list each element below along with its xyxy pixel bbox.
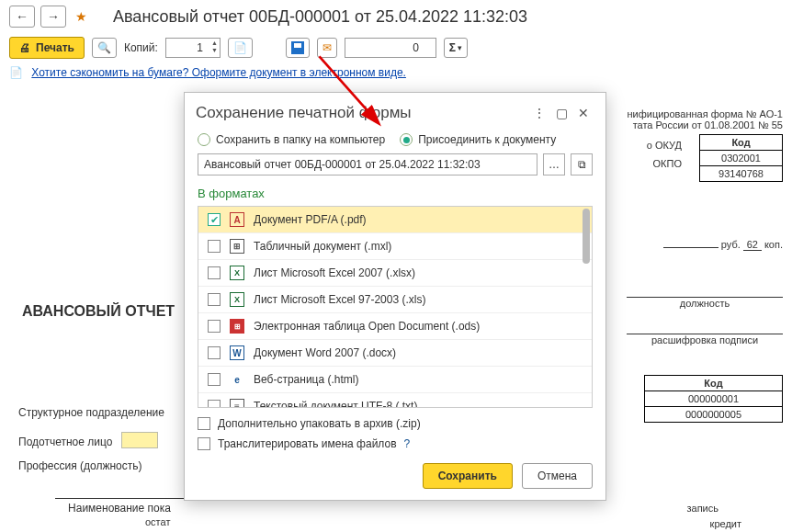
format-xlsx-label: Лист Microsoft Excel 2007 (.xlsx): [254, 266, 415, 279]
code2-v2: 0000000005: [645, 407, 783, 423]
format-mxl-checkbox[interactable]: [208, 240, 221, 253]
format-txt-checkbox[interactable]: [208, 400, 221, 408]
zap-label: запись: [687, 503, 719, 514]
format-mxl-row[interactable]: ⊞ Табличный документ (.mxl): [198, 233, 592, 260]
template-icon: 📄: [233, 41, 247, 54]
format-xlsx-row[interactable]: X Лист Microsoft Excel 2007 (.xlsx): [198, 260, 592, 287]
radio-save-folder[interactable]: [198, 133, 210, 146]
template-button[interactable]: 📄: [228, 38, 253, 58]
formats-scrollbar[interactable]: [583, 209, 590, 264]
copies-spinner[interactable]: ▲▼: [211, 40, 218, 54]
format-xlsx-checkbox[interactable]: [208, 266, 221, 279]
ras-label: расшифровка подписи: [627, 334, 783, 345]
code2-header: Код: [645, 376, 783, 391]
copies-label: Копий:: [124, 41, 158, 54]
dialog-cancel-button[interactable]: Отмена: [522, 463, 593, 489]
dol-label: должность: [627, 298, 783, 309]
translit-checkbox[interactable]: [198, 437, 210, 450]
field-naim: Наименование пока: [68, 502, 171, 515]
format-ods-row[interactable]: ⊞ Электронная таблица Open Document (.od…: [198, 313, 592, 340]
preview-button[interactable]: 🔍: [92, 38, 117, 58]
print-button-label: Печать: [36, 41, 74, 54]
filename-more-button[interactable]: …: [543, 153, 565, 175]
sum-input[interactable]: 0: [345, 38, 436, 58]
format-txt-row[interactable]: ≡ Текстовый документ UTF-8 (.txt): [198, 393, 592, 408]
format-html-label: Веб-страница (.html): [254, 373, 358, 386]
floppy-icon: [291, 41, 304, 54]
format-xls-checkbox[interactable]: [208, 293, 221, 306]
translit-help-icon[interactable]: ?: [404, 437, 411, 450]
dialog-title: Сохранение печатной формы: [196, 104, 528, 122]
dialog-save-button[interactable]: Сохранить: [423, 463, 513, 489]
print-button[interactable]: 🖨 Печать: [9, 37, 85, 59]
translit-label: Транслитерировать имена файлов: [218, 437, 397, 450]
magnifier-icon: 🔍: [97, 41, 111, 54]
format-html-row[interactable]: e Веб-страница (.html): [198, 367, 592, 393]
chevron-down-icon: ▾: [458, 43, 462, 52]
eco-link[interactable]: Хотите сэкономить на бумаге? Оформите до…: [31, 66, 406, 79]
copies-value: 1: [197, 41, 203, 54]
field-profession: Профессия (должность): [18, 459, 142, 472]
format-mxl-label: Табличный документ (.mxl): [254, 240, 391, 253]
zip-checkbox[interactable]: [198, 417, 210, 430]
field-structure: Структурное подразделение: [18, 406, 164, 419]
format-docx-checkbox[interactable]: [208, 346, 221, 359]
ras-line: [627, 322, 783, 334]
document-icon: 📄: [9, 66, 23, 79]
format-txt-label: Текстовый документ UTF-8 (.txt): [254, 400, 417, 408]
format-xls-row[interactable]: X Лист Microsoft Excel 97-2003 (.xls): [198, 287, 592, 313]
send-email-button[interactable]: ✉: [317, 38, 337, 58]
code-table-2: Код 000000001 0000000005: [644, 375, 783, 423]
docx-icon: W: [230, 345, 244, 360]
filename-open-button[interactable]: ⧉: [571, 153, 593, 175]
ods-icon: ⊞: [230, 319, 244, 334]
dialog-maximize-icon[interactable]: ▢: [550, 102, 572, 124]
code-table: Код 0302001 93140768: [699, 134, 783, 182]
dialog-menu-icon[interactable]: ⋮: [528, 102, 550, 124]
formats-list: A Документ PDF/A (.pdf) ⊞ Табличный доку…: [198, 206, 593, 408]
dialog-close-icon[interactable]: ✕: [572, 102, 594, 124]
mxl-icon: ⊞: [230, 239, 244, 254]
xlsx-icon: X: [230, 266, 244, 280]
field-person: Подотчетное лицо: [18, 436, 112, 448]
radio-save-folder-label[interactable]: Сохранить в папку на компьютер: [216, 133, 385, 146]
save-print-form-dialog: Сохранение печатной формы ⋮ ▢ ✕ Сохранит…: [184, 92, 606, 501]
format-html-checkbox[interactable]: [208, 373, 221, 386]
code2-v1: 000000001: [645, 391, 783, 407]
format-ods-checkbox[interactable]: [208, 320, 221, 333]
format-docx-row[interactable]: W Документ Word 2007 (.docx): [198, 340, 592, 367]
sum-value: 0: [413, 41, 419, 54]
radio-attach-document[interactable]: [400, 133, 413, 146]
form-note-1: нифицированная форма № АО-1: [627, 108, 783, 119]
back-button[interactable]: ←: [9, 6, 35, 28]
favorite-icon[interactable]: ★: [75, 9, 87, 24]
xls-icon: X: [230, 292, 244, 307]
rub-line: [663, 247, 718, 248]
format-pdf-row[interactable]: A Документ PDF/A (.pdf): [198, 207, 592, 233]
sigma-button[interactable]: Σ ▾: [444, 38, 468, 58]
save-to-disk-button[interactable]: [286, 38, 310, 58]
copies-input[interactable]: 1 ▲▼: [165, 38, 221, 58]
kop-label: коп.: [764, 239, 783, 250]
code-header: Код: [700, 135, 783, 151]
field-ost: остат: [145, 516, 170, 527]
rub-label: руб.: [721, 239, 741, 250]
forward-button[interactable]: →: [40, 6, 66, 28]
dol-line: [627, 285, 783, 298]
form-note-2: тата России от 01.08.2001 № 55: [627, 119, 783, 130]
radio-attach-document-label[interactable]: Присоединить к документу: [418, 133, 556, 146]
rub-val: 62: [743, 239, 762, 251]
sigma-icon: Σ: [449, 41, 456, 54]
zip-label: Дополнительно упаковать в архив (.zip): [218, 417, 421, 430]
person-input[interactable]: [121, 432, 158, 448]
kred-label: кредит: [710, 518, 741, 529]
code-okud: 0302001: [700, 151, 783, 166]
filename-input[interactable]: Авансовый отчет 00БД-000001 от 25.04.202…: [198, 153, 537, 175]
html-icon: e: [230, 372, 244, 387]
filename-value: Авансовый отчет 00БД-000001 от 25.04.202…: [204, 158, 481, 171]
formats-section-title: В форматах: [185, 185, 605, 206]
format-ods-label: Электронная таблица Open Document (.ods): [254, 320, 480, 333]
code-okpo: 93140768: [700, 166, 783, 182]
format-pdf-checkbox[interactable]: [208, 213, 221, 226]
doc-title: АВАНСОВЫЙ ОТЧЕТ: [22, 303, 175, 320]
